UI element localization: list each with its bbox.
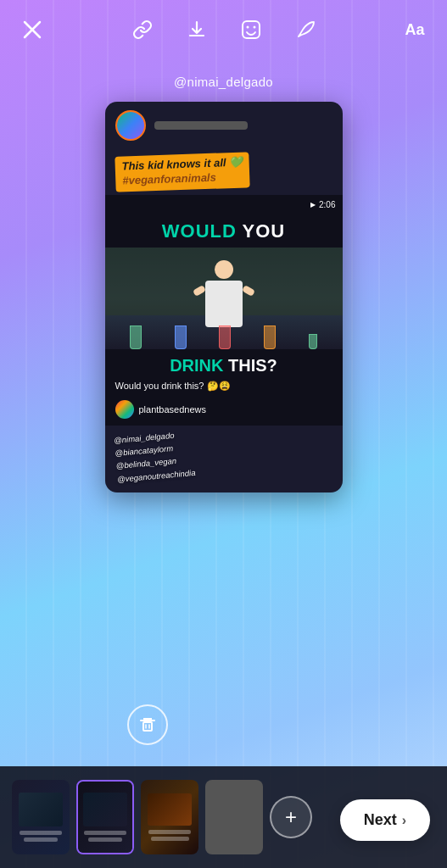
next-button[interactable]: Next ›	[340, 799, 430, 841]
beaker-green	[130, 326, 142, 349]
svg-rect-2	[243, 21, 260, 38]
filmstrip-thumb-2[interactable]	[76, 780, 134, 854]
close-button[interactable]	[17, 14, 47, 45]
draw-icon[interactable]	[290, 14, 321, 45]
delete-btn-area	[127, 704, 168, 745]
would-text: WOULD	[162, 220, 243, 242]
filmstrip-thumb-1[interactable]	[12, 780, 70, 854]
subtitle-text: Would you drink this? 🤔😩	[105, 379, 343, 397]
lab-equipment	[105, 315, 343, 349]
mention-label: @nimai_delgado	[174, 75, 273, 89]
lab-scene	[105, 248, 343, 349]
thumb1-bar1	[20, 831, 62, 835]
beaker-small	[309, 334, 317, 349]
thumb2-inner	[78, 782, 132, 853]
drink-this-text: DRINK THIS?	[105, 349, 343, 379]
svg-point-3	[246, 26, 249, 29]
thumb1-bar2	[24, 837, 58, 842]
add-icon: +	[285, 805, 297, 829]
text-tool-button[interactable]: Aa	[400, 14, 430, 45]
beaker-orange	[264, 326, 276, 349]
thumb2-bar2	[88, 837, 122, 842]
thumb3-bar2	[151, 837, 189, 841]
thumb2-video	[83, 793, 127, 826]
toolbar: Aa	[0, 0, 447, 59]
source-logo	[115, 400, 134, 419]
thumb1-video	[19, 793, 63, 826]
tag-mentions: @nimai_delgado @biancataylorm @belinda_v…	[105, 426, 343, 492]
thumb2-content	[78, 782, 132, 853]
thumb1-content	[12, 780, 70, 854]
chevron-right-icon: ›	[402, 813, 406, 828]
video-text-top: WOULD YOU	[105, 195, 343, 242]
person-head	[215, 260, 233, 279]
username-bar	[154, 121, 248, 130]
tag-text: @nimai_delgado @biancataylorm @belinda_v…	[113, 427, 196, 486]
link-icon[interactable]	[127, 14, 158, 45]
video-block[interactable]: ▶ 2:06 WOULD YOU	[105, 195, 343, 426]
thumb3-inner	[141, 780, 198, 854]
thumb3-content	[141, 780, 198, 854]
beaker-red	[219, 326, 231, 349]
svg-point-4	[253, 26, 255, 29]
beaker-blue	[175, 326, 187, 349]
sticker-text: This kid knows it all 💚#veganforanimals	[115, 152, 250, 192]
thumb3-bar1	[148, 830, 191, 834]
source-row: plantbasednews	[105, 397, 343, 426]
video-image-area	[105, 248, 343, 349]
card-header	[105, 102, 343, 147]
you-text: YOU	[243, 220, 286, 242]
thumb3-video	[148, 793, 192, 826]
sticker-area: This kid knows it all 💚#veganforanimals	[105, 147, 343, 195]
video-timer: ▶ 2:06	[310, 200, 335, 209]
toolbar-center-icons	[127, 14, 321, 45]
download-icon[interactable]	[182, 14, 212, 45]
source-name: plantbasednews	[139, 404, 207, 415]
play-icon: ▶	[310, 201, 316, 209]
add-slide-button[interactable]: +	[270, 796, 312, 838]
thumb2-bar1	[84, 831, 126, 835]
next-label: Next	[364, 811, 397, 829]
thumb1-inner	[12, 780, 70, 854]
this-text: THIS?	[228, 356, 277, 375]
sticker-icon[interactable]	[236, 14, 266, 45]
filmstrip-thumb-3[interactable]	[141, 780, 198, 854]
delete-button[interactable]	[127, 704, 168, 745]
story-card: This kid knows it all 💚#veganforanimals …	[105, 102, 343, 492]
avatar	[115, 110, 146, 141]
video-duration: 2:06	[319, 200, 335, 209]
would-you-text: WOULD YOU	[115, 220, 332, 242]
drink-text: DRINK	[170, 356, 228, 375]
filmstrip-thumb-4[interactable]	[205, 780, 263, 854]
story-card-wrapper: This kid knows it all 💚#veganforanimals …	[105, 102, 343, 492]
svg-rect-5	[143, 722, 152, 731]
